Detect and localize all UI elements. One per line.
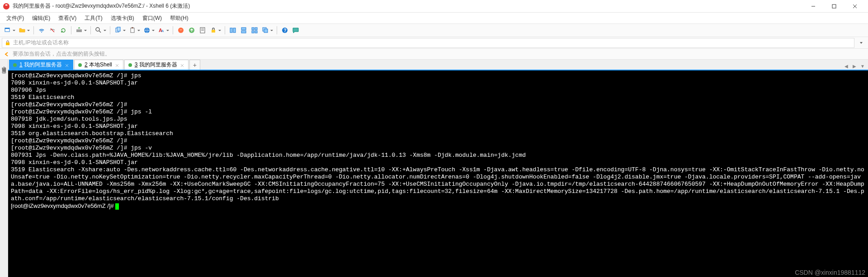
main-area: 1 我的阿里服务器 2 本地Shell 3 我的阿里服务器 + ◀ — [8, 60, 868, 277]
menu-file[interactable]: 文件(F) — [3, 14, 28, 23]
app-icon — [3, 3, 10, 10]
svg-rect-31 — [252, 31, 254, 33]
font-button[interactable]: AA — [156, 25, 166, 35]
svg-point-7 — [41, 32, 42, 33]
svg-rect-30 — [255, 28, 257, 30]
tip-bar: 要添加当前会话，点击左侧的箭头按钮。 — [0, 49, 868, 60]
connect-button[interactable] — [37, 25, 47, 35]
tab-strip: 1 我的阿里服务器 2 本地Shell 3 我的阿里服务器 + ◀ — [8, 60, 868, 70]
tab-label: 我的阿里服务器 — [24, 61, 62, 68]
window-title: 我的阿里服务器 - root@iZwz9evxymdqdwx0v7e56mZ:/… — [13, 2, 803, 10]
tab-close-icon[interactable] — [180, 63, 184, 67]
menu-window[interactable]: 窗口(W) — [139, 14, 165, 23]
address-bar: 主机,IP地址或会话名称 — [0, 37, 868, 49]
tab-nav-prev[interactable]: ◀ — [843, 62, 850, 70]
address-input[interactable]: 主机,IP地址或会话名称 — [2, 38, 854, 48]
menu-help[interactable]: 帮助(H) — [166, 14, 192, 23]
svg-rect-28 — [241, 31, 246, 33]
search-button[interactable] — [94, 25, 104, 35]
side-tool-panel[interactable]: 会话管理器 — [0, 60, 8, 277]
svg-point-0 — [3, 3, 9, 9]
session-tab-1[interactable]: 1 我的阿里服务器 — [9, 60, 73, 70]
svg-rect-2 — [832, 5, 836, 8]
tile-v-button[interactable] — [239, 25, 249, 35]
globe-button[interactable] — [142, 25, 152, 35]
toolbar: AA ? — [0, 23, 868, 37]
maximize-button[interactable] — [824, 0, 844, 13]
tab-number: 1 — [19, 61, 23, 68]
window-buttons — [803, 0, 865, 13]
toolbar-separator — [71, 26, 71, 34]
toolbar-separator — [110, 26, 110, 34]
menu-tools[interactable]: 工具(T) — [81, 14, 106, 23]
svg-rect-29 — [252, 28, 254, 30]
svg-rect-37 — [6, 42, 9, 45]
tip-text: 要添加当前会话，点击左侧的箭头按钮。 — [13, 50, 110, 58]
svg-rect-26 — [233, 28, 236, 33]
svg-text:A: A — [161, 29, 164, 33]
status-dot-icon — [13, 63, 17, 67]
tab-number: 3 — [135, 61, 138, 68]
status-dot-icon — [78, 63, 82, 67]
svg-rect-9 — [76, 29, 82, 32]
svg-rect-13 — [117, 27, 120, 31]
script-button[interactable] — [198, 25, 208, 35]
toolbar-separator — [225, 26, 225, 34]
help-button[interactable]: ? — [280, 25, 290, 35]
tab-label: 本地Shell — [89, 61, 112, 68]
lock-button[interactable] — [208, 25, 218, 35]
menu-tab[interactable]: 选项卡(B) — [107, 14, 138, 23]
minimize-button[interactable] — [803, 0, 824, 13]
disconnect-button[interactable] — [47, 25, 57, 35]
tip-arrow-icon[interactable] — [4, 51, 10, 57]
tab-close-icon[interactable] — [115, 63, 119, 67]
copy-button[interactable] — [113, 25, 123, 35]
svg-rect-32 — [255, 31, 257, 33]
content-area: 会话管理器 1 我的阿里服务器 2 本地Shell 3 我的阿里服务器 — [0, 60, 868, 277]
tab-nav: ◀ ▶ ▼ — [843, 62, 868, 70]
xftp-button[interactable] — [187, 25, 197, 35]
toolbar-separator — [173, 26, 173, 34]
svg-rect-24 — [212, 30, 215, 33]
menu-view[interactable]: 查看(V) — [55, 14, 80, 23]
open-button[interactable] — [17, 25, 27, 35]
tile-h-button[interactable] — [228, 25, 238, 35]
tab-nav-next[interactable]: ▶ — [851, 62, 858, 70]
app-window: 我的阿里服务器 - root@iZwz9evxymdqdwx0v7e56mZ:/… — [0, 0, 868, 277]
transfer-button[interactable] — [74, 25, 84, 35]
svg-rect-27 — [241, 28, 246, 30]
lock-icon — [5, 40, 10, 46]
close-button[interactable] — [844, 0, 865, 13]
terminal-output[interactable]: [root@iZwz9evxymdqdwx0v7e56mZ /]# jps 70… — [8, 70, 868, 277]
svg-rect-34 — [264, 29, 268, 33]
menu-bar: 文件(F) 编辑(E) 查看(V) 工具(T) 选项卡(B) 窗口(W) 帮助(… — [0, 13, 868, 23]
chat-button[interactable] — [291, 25, 301, 35]
address-dropdown[interactable] — [856, 38, 866, 48]
toolbar-separator — [90, 26, 91, 34]
toolbar-separator — [33, 26, 34, 34]
add-tab-button[interactable]: + — [189, 60, 200, 70]
paste-button[interactable] — [127, 25, 137, 35]
xagent-button[interactable] — [176, 25, 186, 35]
tab-number: 2 — [85, 61, 88, 68]
tile-grid-button[interactable] — [250, 25, 259, 35]
tab-label: 我的阿里服务器 — [139, 61, 177, 68]
svg-line-11 — [99, 31, 101, 33]
address-placeholder: 主机,IP地址或会话名称 — [13, 39, 69, 47]
svg-rect-25 — [230, 28, 232, 33]
reconnect-button[interactable] — [58, 25, 68, 35]
tab-close-icon[interactable] — [65, 63, 69, 67]
session-tab-2[interactable]: 2 本地Shell — [74, 60, 123, 70]
tab-nav-menu[interactable]: ▼ — [859, 62, 866, 70]
svg-text:?: ? — [284, 28, 287, 33]
svg-point-10 — [96, 28, 99, 31]
cascade-button[interactable] — [260, 25, 270, 35]
title-bar: 我的阿里服务器 - root@iZwz9evxymdqdwx0v7e56mZ:/… — [0, 0, 868, 13]
svg-rect-6 — [5, 28, 9, 29]
svg-rect-14 — [131, 28, 134, 33]
menu-edit[interactable]: 编辑(E) — [28, 14, 54, 23]
status-dot-icon — [128, 63, 132, 67]
new-session-button[interactable] — [3, 25, 13, 35]
svg-rect-15 — [132, 27, 133, 28]
session-tab-3[interactable]: 3 我的阿里服务器 — [124, 60, 189, 70]
